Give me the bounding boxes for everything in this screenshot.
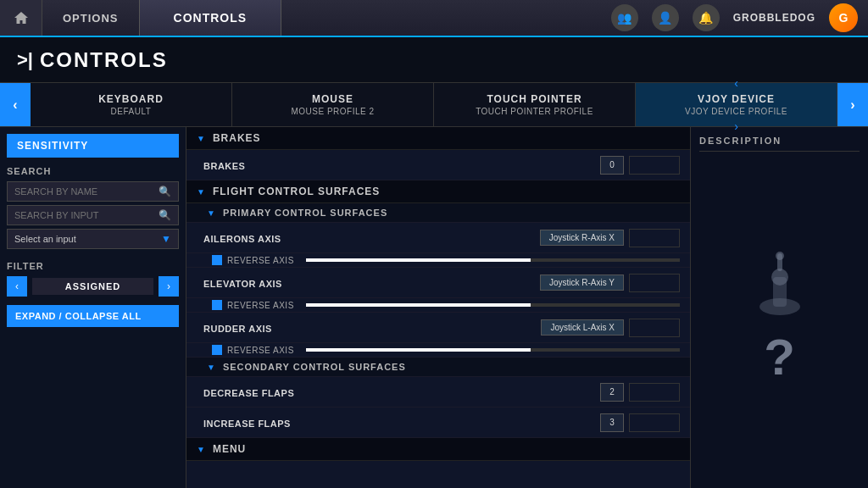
controls-header-icon: >| — [17, 49, 33, 71]
search-section: 🔍 🔍 Select an input ▼ — [7, 181, 179, 249]
expand-collapse-button[interactable]: EXPAND / COLLAPSE ALL — [7, 305, 179, 327]
filter-section: FILTER ‹ ASSIGNED › — [7, 258, 179, 297]
elevator-binding[interactable]: Joystick R-Axis Y — [540, 274, 624, 291]
brakes-empty-binding[interactable] — [629, 156, 680, 175]
search-by-name-input[interactable] — [14, 186, 153, 197]
top-nav: OPTIONS CONTROLS 👥 👤 🔔 GROBBLEDOG G — [0, 0, 868, 37]
vjoy-prev-arrow[interactable]: ‹ — [734, 76, 738, 90]
rudder-reverse-bar — [306, 348, 680, 352]
subsection-secondary-arrow: ▼ — [207, 363, 216, 372]
tab-mouse[interactable]: MOUSE MOUSE PROFILE 2 — [232, 83, 434, 126]
decrease-flaps-empty[interactable] — [629, 383, 680, 402]
select-input-dropdown[interactable]: Select an input ▼ — [7, 229, 179, 249]
ailerons-binding[interactable]: Joystick R-Axis X — [540, 230, 624, 246]
tab-touch-pointer[interactable]: TOUCH POINTER TOUCH POINTER PROFILE — [434, 83, 636, 126]
home-button[interactable] — [0, 0, 42, 36]
avatar[interactable]: G — [829, 3, 858, 32]
ailerons-reverse-bar — [306, 258, 680, 262]
section-flight-control[interactable]: ▼ FLIGHT CONTROL SURFACES — [186, 180, 690, 203]
rudder-reverse-checkbox[interactable] — [212, 345, 222, 355]
section-brakes-arrow: ▼ — [197, 134, 206, 143]
search-input-icon: 🔍 — [159, 209, 171, 221]
control-ailerons-axis[interactable]: AILERONS AXIS Joystick R-Axis X — [186, 223, 690, 253]
search-by-input-wrap[interactable]: 🔍 — [7, 205, 179, 225]
filter-row: ‹ ASSIGNED › — [7, 276, 179, 297]
elevator-reverse-checkbox[interactable] — [212, 300, 222, 310]
group-icon[interactable]: 👥 — [611, 4, 638, 31]
filter-value: ASSIGNED — [32, 278, 153, 295]
search-by-name-wrap[interactable]: 🔍 — [7, 181, 179, 202]
tab-next-button[interactable]: › — [837, 83, 868, 126]
main-area: >| CONTROLS ‹ KEYBOARD DEFAULT MOUSE MOU… — [0, 37, 868, 488]
elevator-reverse-bar — [306, 303, 680, 307]
rudder-empty-binding[interactable] — [629, 319, 680, 337]
vjoy-next-arrow[interactable]: › — [734, 119, 738, 133]
section-menu-arrow: ▼ — [197, 445, 206, 454]
tab-keyboard[interactable]: KEYBOARD DEFAULT — [31, 83, 232, 126]
tab-prev-button[interactable]: ‹ — [0, 83, 31, 126]
filter-next-button[interactable]: › — [159, 276, 179, 297]
brakes-binding[interactable]: 0 — [600, 156, 624, 175]
nav-right: 👥 👤 🔔 GROBBLEDOG G — [611, 0, 868, 36]
ailerons-reverse-row: REVERSE AXIS — [186, 253, 690, 268]
filter-prev-button[interactable]: ‹ — [7, 276, 27, 297]
description-content: ? — [699, 158, 860, 480]
elevator-reverse-row: REVERSE AXIS — [186, 298, 690, 313]
rudder-binding[interactable]: Joystick L-Axis X — [541, 319, 624, 336]
description-panel: DESCRIPTION ? — [690, 127, 868, 488]
profile-icon[interactable]: 👤 — [652, 4, 679, 31]
subsection-primary-arrow: ▼ — [207, 208, 216, 218]
rudder-reverse-row: REVERSE AXIS — [186, 343, 690, 358]
section-menu[interactable]: ▼ MENU — [186, 438, 690, 461]
ailerons-empty-binding[interactable] — [629, 229, 680, 247]
section-flight-arrow: ▼ — [197, 187, 206, 197]
sidebar: SENSITIVITY SEARCH 🔍 🔍 Select an input ▼ — [0, 127, 186, 488]
controls-nav-item[interactable]: CONTROLS — [139, 0, 282, 36]
sensitivity-button[interactable]: SENSITIVITY — [7, 134, 179, 158]
elevator-empty-binding[interactable] — [629, 274, 680, 292]
select-input-label: Select an input — [14, 234, 161, 244]
joystick-illustration — [746, 252, 814, 319]
control-brakes[interactable]: BRAKES 0 — [186, 150, 690, 180]
ailerons-reverse-checkbox[interactable] — [212, 255, 222, 265]
filter-label: FILTER — [7, 261, 44, 271]
control-decrease-flaps[interactable]: DECREASE FLAPS 2 — [186, 377, 690, 408]
control-elevator-axis[interactable]: ELEVATOR AXIS Joystick R-Axis Y — [186, 268, 690, 298]
tab-vjoy-device[interactable]: ‹ VJOY DEVICE VJOY DEVICE PROFILE › — [636, 83, 837, 126]
select-input-arrow-icon: ▼ — [161, 233, 171, 245]
content-area: SENSITIVITY SEARCH 🔍 🔍 Select an input ▼ — [0, 127, 868, 488]
device-tabs: ‹ KEYBOARD DEFAULT MOUSE MOUSE PROFILE 2… — [0, 83, 868, 127]
controls-title: CONTROLS — [40, 48, 168, 72]
notification-icon[interactable]: 🔔 — [693, 4, 720, 31]
subsection-secondary-controls[interactable]: ▼ SECONDARY CONTROL SURFACES — [186, 358, 690, 377]
question-mark-icon: ? — [764, 328, 795, 386]
increase-flaps-empty[interactable] — [629, 413, 680, 432]
section-brakes[interactable]: ▼ BRAKES — [186, 127, 690, 150]
search-name-icon: 🔍 — [159, 186, 171, 197]
username: GROBBLEDOG — [733, 12, 815, 24]
controls-list[interactable]: ▼ BRAKES BRAKES 0 ▼ FLIGHT CONTROL SURFA… — [186, 127, 690, 488]
control-increase-flaps[interactable]: INCREASE FLAPS 3 — [186, 408, 690, 438]
description-title: DESCRIPTION — [699, 136, 860, 152]
control-rudder-axis[interactable]: RUDDER AXIS Joystick L-Axis X — [186, 313, 690, 343]
search-by-input-input[interactable] — [14, 210, 153, 220]
decrease-flaps-binding[interactable]: 2 — [600, 383, 624, 402]
subsection-primary-controls[interactable]: ▼ PRIMARY CONTROL SURFACES — [186, 203, 690, 223]
options-nav-item[interactable]: OPTIONS — [42, 0, 139, 36]
search-section-label: SEARCH — [7, 166, 179, 176]
increase-flaps-binding[interactable]: 3 — [600, 413, 624, 432]
svg-point-4 — [776, 252, 784, 260]
